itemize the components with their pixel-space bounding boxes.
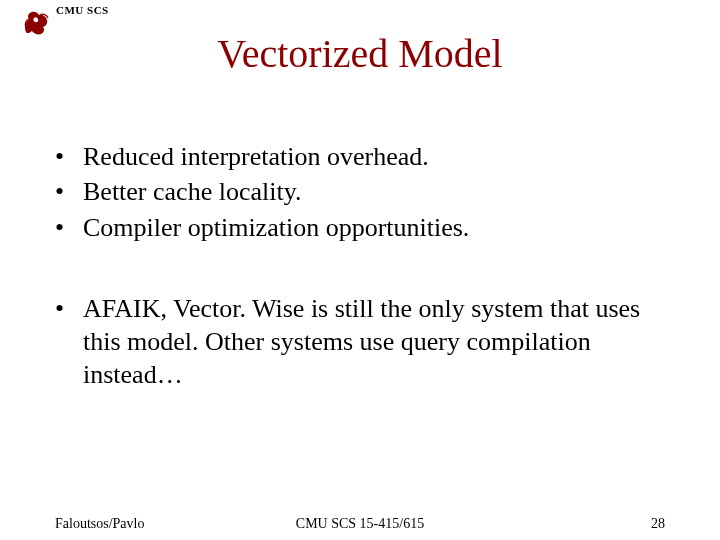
bullet-icon: • (55, 140, 83, 173)
slide-body: • Reduced interpretation overhead. • Bet… (55, 140, 680, 394)
header-org-text: CMU SCS (56, 4, 109, 16)
bullet-icon: • (55, 211, 83, 244)
slide-title: Vectorized Model (0, 30, 720, 77)
bullet-icon: • (55, 292, 83, 325)
footer-course: CMU SCS 15-415/615 (0, 516, 720, 532)
bullet-text: Reduced interpretation overhead. (83, 140, 680, 173)
list-item: • AFAIK, Vector. Wise is still the only … (55, 292, 680, 392)
bullet-text: Compiler optimization opportunities. (83, 211, 680, 244)
slide-number: 28 (651, 516, 665, 532)
list-item: • Reduced interpretation overhead. (55, 140, 680, 173)
bullet-text: Better cache locality. (83, 175, 680, 208)
list-item: • Compiler optimization opportunities. (55, 211, 680, 244)
list-item: • Better cache locality. (55, 175, 680, 208)
bullet-icon: • (55, 175, 83, 208)
bullet-text: AFAIK, Vector. Wise is still the only sy… (83, 292, 680, 392)
